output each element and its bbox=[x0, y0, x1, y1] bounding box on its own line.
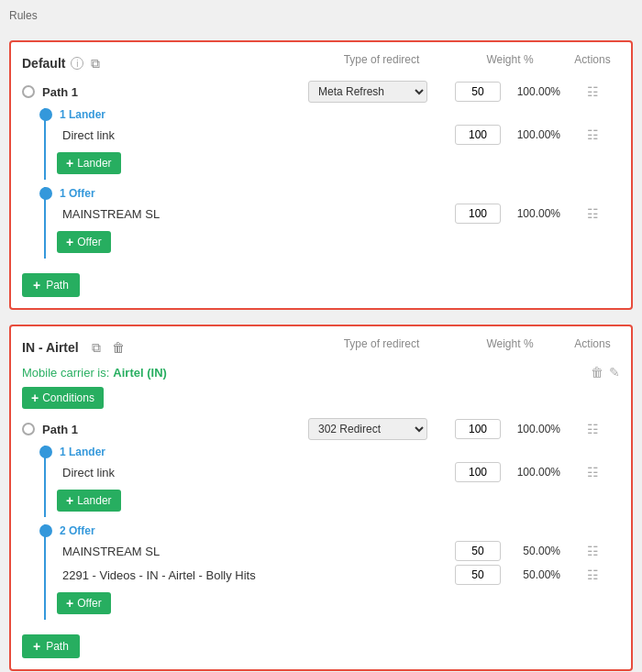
rule-title-airtel: IN - Airtel bbox=[22, 340, 79, 355]
condition-trash-icon[interactable]: 🗑 bbox=[591, 365, 603, 380]
col-header-weight-1: Weight % bbox=[455, 53, 565, 66]
add-lander-plus-airtel: + bbox=[66, 493, 73, 508]
copy-button-default[interactable]: ⧉ bbox=[87, 54, 104, 73]
redirect-select-1[interactable]: Meta Refresh 302 Redirect 301 Redirect D… bbox=[308, 81, 427, 103]
add-lander-btn-airtel[interactable]: + Lander bbox=[57, 490, 121, 512]
lander-item-name-airtel: Direct link bbox=[62, 466, 455, 479]
offer-item-row-airtel-1: MAINSTREAM SL 50.00% ☷ bbox=[57, 541, 620, 561]
add-lander-label-airtel: Lander bbox=[77, 494, 111, 507]
add-offer-plus-airtel: + bbox=[66, 596, 73, 611]
col-header-redirect-1: Type of redirect bbox=[308, 53, 455, 66]
path-row-airtel-1: Path 1 302 Redirect 301 Redirect Meta Re… bbox=[22, 418, 620, 440]
add-offer-btn-airtel[interactable]: + Offer bbox=[57, 592, 111, 614]
path-label-1: Path 1 bbox=[42, 85, 308, 99]
add-conditions-label: Conditions bbox=[42, 391, 94, 404]
copy-button-airtel[interactable]: ⧉ bbox=[88, 338, 105, 358]
add-path-btn-1[interactable]: + Path bbox=[22, 273, 80, 297]
offer-tree-1: 1 Offer MAINSTREAM SL 100.00% ☷ + Offer bbox=[44, 187, 620, 259]
offer-item-row-1: MAINSTREAM SL 100.00% ☷ bbox=[57, 204, 620, 224]
offer-count-airtel: 2 Offer bbox=[60, 524, 95, 537]
lander-tree-airtel: 1 Lander Direct link 100.00% ☷ + Lander bbox=[44, 446, 620, 517]
add-offer-label-airtel: Offer bbox=[77, 597, 101, 610]
offer-tree-airtel: 2 Offer MAINSTREAM SL 50.00% ☷ 2291 - Vi… bbox=[44, 524, 620, 620]
lander-action-icon-1[interactable]: ☷ bbox=[565, 127, 620, 142]
add-lander-label-1: Lander bbox=[77, 157, 111, 170]
lander-weight-input-1[interactable] bbox=[455, 125, 501, 145]
lander-tree-1: 1 Lander Direct link 100.00% ☷ + Lander bbox=[44, 108, 620, 180]
offer-percent-airtel-2: 50.00% bbox=[504, 568, 564, 581]
info-icon-default[interactable]: i bbox=[71, 57, 83, 70]
redirect-select-airtel[interactable]: 302 Redirect 301 Redirect Meta Refresh D… bbox=[308, 418, 427, 440]
offer-action-icon-airtel-1[interactable]: ☷ bbox=[565, 544, 620, 558]
offer-percent-1: 100.00% bbox=[504, 207, 564, 220]
offer-dot-1 bbox=[39, 187, 52, 200]
add-offer-btn-1[interactable]: + Offer bbox=[57, 231, 111, 253]
add-path-plus-airtel: + bbox=[33, 639, 40, 654]
delete-button-airtel[interactable]: 🗑 bbox=[108, 338, 128, 357]
lander-item-row-1: Direct link 100.00% ☷ bbox=[57, 125, 620, 145]
redirect-select-wrap-airtel: 302 Redirect 301 Redirect Meta Refresh D… bbox=[308, 418, 455, 440]
add-conditions-plus: + bbox=[31, 391, 39, 405]
col-header-actions-2: Actions bbox=[565, 337, 620, 350]
add-path-plus-1: + bbox=[33, 278, 40, 292]
action-icon-airtel-path1[interactable]: ☷ bbox=[565, 422, 620, 436]
offer-count-1: 1 Offer bbox=[60, 187, 95, 200]
offer-item-name-airtel-1: MAINSTREAM SL bbox=[62, 545, 455, 558]
rule-header-default: Default i ⧉ Type of redirect Weight % Ac… bbox=[22, 53, 620, 73]
lander-dot-1 bbox=[39, 108, 52, 121]
offer-action-icon-airtel-2[interactable]: ☷ bbox=[565, 567, 620, 582]
weight-input-airtel-path1[interactable] bbox=[455, 419, 501, 439]
offer-header-airtel: 2 Offer bbox=[57, 524, 620, 537]
redirect-select-wrap-1: Meta Refresh 302 Redirect 301 Redirect D… bbox=[308, 81, 455, 103]
add-path-label-airtel: Path bbox=[46, 640, 69, 653]
col-header-weight-2: Weight % bbox=[455, 337, 565, 350]
lander-weight-input-airtel[interactable] bbox=[455, 462, 501, 482]
add-offer-plus-1: + bbox=[66, 235, 73, 249]
offer-item-row-airtel-2: 2291 - Videos - IN - Airtel - Bolly Hits… bbox=[57, 565, 620, 585]
offer-action-icon-1[interactable]: ☷ bbox=[565, 206, 620, 221]
rule-card-default: Default i ⧉ Type of redirect Weight % Ac… bbox=[9, 40, 633, 310]
add-path-btn-airtel[interactable]: + Path bbox=[22, 634, 80, 658]
offer-weight-input-1[interactable] bbox=[455, 204, 501, 224]
offer-dot-airtel bbox=[39, 524, 52, 537]
add-lander-btn-1[interactable]: + Lander bbox=[57, 152, 121, 174]
add-path-label-1: Path bbox=[46, 279, 69, 292]
offer-item-name-airtel-2: 2291 - Videos - IN - Airtel - Bolly Hits bbox=[62, 568, 455, 582]
rule-header-airtel: IN - Airtel ⧉ 🗑 Type of redirect Weight … bbox=[22, 337, 620, 358]
offer-weight-input-airtel-2[interactable] bbox=[455, 565, 501, 585]
lander-count-airtel: 1 Lander bbox=[60, 446, 105, 458]
lander-header-airtel: 1 Lander bbox=[57, 446, 620, 458]
lander-item-name-1: Direct link bbox=[62, 128, 455, 142]
weight-input-path1[interactable] bbox=[455, 82, 501, 102]
offer-header-1: 1 Offer bbox=[57, 187, 620, 200]
rule-card-airtel: IN - Airtel ⧉ 🗑 Type of redirect Weight … bbox=[9, 325, 633, 671]
offer-item-name-1: MAINSTREAM SL bbox=[62, 207, 455, 221]
offer-percent-airtel-1: 50.00% bbox=[504, 545, 564, 557]
add-lander-plus-1: + bbox=[66, 156, 73, 171]
condition-edit-icon[interactable]: ✎ bbox=[609, 365, 620, 380]
condition-label-text: Mobile carrier is: bbox=[22, 366, 109, 380]
lander-count-1: 1 Lander bbox=[60, 108, 105, 121]
offer-weight-input-airtel-1[interactable] bbox=[455, 541, 501, 561]
lander-dot-airtel bbox=[39, 446, 52, 458]
lander-header-1: 1 Lander bbox=[57, 108, 620, 121]
lander-item-row-airtel: Direct link 100.00% ☷ bbox=[57, 462, 620, 482]
add-conditions-btn[interactable]: + Conditions bbox=[22, 387, 104, 409]
condition-row: Mobile carrier is: Airtel (IN) 🗑 ✎ bbox=[22, 365, 620, 380]
rule-title-default: Default bbox=[22, 56, 65, 71]
action-icon-path1[interactable]: ☷ bbox=[565, 84, 620, 99]
condition-value-text: Airtel (IN) bbox=[113, 366, 167, 380]
add-offer-label-1: Offer bbox=[77, 236, 101, 248]
col-header-actions-1: Actions bbox=[565, 53, 620, 66]
percent-label-airtel-path1: 100.00% bbox=[504, 423, 564, 435]
path-row-1: Path 1 Meta Refresh 302 Redirect 301 Red… bbox=[22, 81, 620, 103]
lander-percent-1: 100.00% bbox=[504, 128, 564, 141]
lander-percent-airtel: 100.00% bbox=[504, 466, 564, 479]
lander-action-icon-airtel[interactable]: ☷ bbox=[565, 465, 620, 479]
rules-label: Rules bbox=[9, 9, 633, 22]
path-circle-airtel-1 bbox=[22, 423, 35, 435]
path-circle-1 bbox=[22, 85, 35, 98]
percent-label-path1: 100.00% bbox=[504, 85, 564, 98]
col-header-redirect-2: Type of redirect bbox=[308, 337, 455, 350]
path-label-airtel-1: Path 1 bbox=[42, 423, 308, 436]
